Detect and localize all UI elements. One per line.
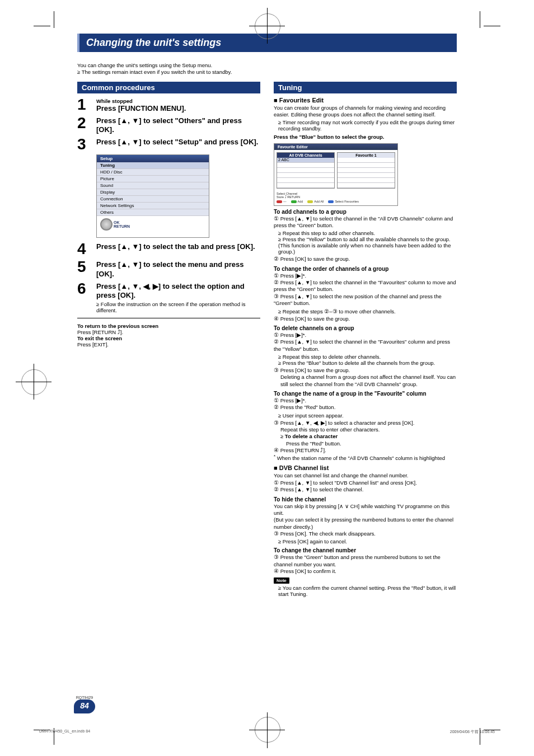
step-3: 3 Press [▲, ▼] to select "Setup" and pre… [77,137,260,152]
favourite-column: Favourite 1 [337,152,395,189]
all-dvb-column: All DVB Channels 2 ABC [277,152,335,189]
step-number: 4 [77,241,96,257]
return-body: Press [RETURN ⤴]. [77,329,123,335]
footer-left: DMR-XW450_GL_en.indb 84 [39,729,90,735]
del-b2: Press the "Blue" button to delete all th… [278,360,457,366]
rename-s1: ① Press [▶]*. [274,397,457,404]
order-s4: ④ Press [OK] to save the group. [274,316,457,322]
intro-bullet: ≥ The settings remain intact even if you… [77,69,232,75]
rename-s2: ② Press the "Red" button. [274,404,457,411]
dvb-body: You can set channel list and change the … [274,472,457,479]
rename-s3: ③ Press [▲, ▼, ◀, ▶] to select a charact… [274,420,457,426]
step-6-note: ≥ Follow the instruction on the screen i… [96,301,260,313]
note-chip: Note [274,577,289,584]
yellow-chip-icon [307,200,313,203]
step-number: 3 [77,137,96,152]
order-heading: To change the order of channels of a gro… [274,266,457,272]
press-blue: Press the "Blue" button to select the gr… [274,134,457,140]
chnum-s3: ③ Press the "Green" button and press the… [274,554,457,568]
order-s1: ① Press [▶]*. [274,273,457,279]
intro-line: You can change the unit's settings using… [77,62,212,68]
setup-row-connection: Connection [97,196,209,203]
rename-del: ≥ To delete a character [280,433,457,440]
delete-heading: To delete channels on a group [274,325,457,331]
chnum-s4: ④ Press [OK] to confirm it. [274,568,457,575]
dvb-s1: ① Press [▲, ▼] to select "DVB Channel li… [274,480,457,486]
order-s2: ② Press [▲, ▼] to select the channel in … [274,279,457,293]
setup-row-hdd: HDD / Disc [97,169,209,176]
setup-row-others: Others [97,209,209,216]
add-step2: ② Press [OK] to save the group. [274,256,457,262]
page-title-text: Changing the unit's settings [86,37,221,48]
blue-chip-icon [328,200,334,203]
rename-b1: User input screen appear. [278,412,457,419]
section-common-procedures: Common procedures [77,82,260,93]
step-4-bold: Press [▲, ▼] to select the tab and press… [96,242,260,251]
hide-body2: (But you can select it by pressing the n… [274,516,457,530]
step-number: 2 [77,115,96,131]
step-1-bold: Press [FUNCTION MENU]. [96,104,260,113]
setup-row-sound: Sound [97,182,209,189]
step-2: 2 Press [▲, ▼] to select "Others" and pr… [77,115,260,135]
note-body: You can confirm the current channel sett… [278,585,457,597]
favourites-edit-heading: ■ Favourites Edit [274,97,457,104]
left-column: Common procedures 1 While stopped Press … [77,82,260,348]
favourite-header: Favourite 1 [338,153,395,158]
order-s3: ③ Press [▲, ▼] to select the new positio… [274,293,457,307]
setup-panel-title: Setup [97,155,209,162]
order-bullet: Repeat the steps ②–③ to move other chann… [278,308,457,314]
rqt-code: RQT9429 [73,696,96,699]
intro-block: You can change the unit's settings using… [77,62,457,76]
hide-b1: Press [OK] again to cancel. [278,538,457,544]
all-dvb-header: All DVB Channels [277,153,334,158]
setup-row-tuning: Tuning [97,162,209,169]
step-2-bold: Press [▲, ▼] to select "Others" and pres… [96,116,260,135]
step-5: 5 Press [▲, ▼] to select the menu and pr… [77,259,260,279]
del-s3: ③ Press [OK] to save the group. [274,367,457,374]
favourites-bullet: Timer recording may not work correctly i… [278,119,457,132]
step-1-small: While stopped [96,98,260,104]
del-s3b: Deleting a channel from a group does not… [280,374,457,388]
channel-row: 2 ABC [277,158,334,163]
setup-panel: Setup Tuning HDD / Disc Picture Sound Di… [96,154,209,238]
dial-icon [100,218,113,231]
green-chip-icon [291,200,297,203]
dvb-s2: ② Press [▲, ▼] to select the channel. [274,486,457,493]
step-1: 1 While stopped Press [FUNCTION MENU]. [77,97,260,113]
setup-panel-footer: OK RETURN [97,216,209,237]
step-number: 1 [77,97,96,112]
manual-page: Changing the unit's settings You can cha… [0,0,534,756]
favourite-editor-footer: Select Channel Store ⤴ RETURN --- Add Ad… [274,191,397,205]
rename-del-body: Press the "Red" button. [286,440,457,447]
step-5-bold: Press [▲, ▼] to select the menu and pres… [96,260,260,279]
del-s2: ② Press [▲, ▼] to select the channel in … [274,339,457,353]
right-column: Tuning ■ Favourites Edit You can create … [274,82,457,599]
step-3-bold: Press [▲, ▼] to select "Setup" and press… [96,138,260,147]
favourite-editor-panel: Favourite Editor All DVB Channels 2 ABC … [274,143,398,206]
dvb-heading: ■ DVB Channel list [274,464,457,471]
page-number: 84 [74,699,95,713]
setup-row-display: Display [97,189,209,196]
exit-heading: To exit the screen [77,335,122,341]
red-chip-icon [277,200,282,203]
setup-row-picture: Picture [97,176,209,182]
exit-body: Press [EXIT]. [77,341,109,348]
step-6-bold: Press [▲, ▼, ◀, ▶] to select the option … [96,282,260,300]
rename-s4: ④ Press [RETURN ⤴]. [274,447,457,454]
add-bullet2: Press the "Yellow" button to add all the… [278,236,457,255]
chnum-heading: To change the channel number [274,547,457,553]
step-number: 6 [77,281,96,297]
add-channels-heading: To add channels to a group [274,209,457,215]
section-tuning: Tuning [274,82,457,93]
favourite-editor-title: Favourite Editor [274,144,397,150]
hide-body1: You can skip it by pressing [∧ ∨ CH] whi… [274,503,457,517]
add-step1: ① Press [▲, ▼] to select the channel in … [274,215,457,229]
rename-asterisk: * When the station name of the "All DVB … [274,454,457,461]
favourites-body: You can create four groups of channels f… [274,105,457,119]
rename-heading: To change the name of a group in the "Fa… [274,391,457,397]
step-6: 6 Press [▲, ▼, ◀, ▶] to select the optio… [77,281,260,314]
hide-heading: To hide the channel [274,496,457,503]
print-footer: DMR-XW450_GL_en.indb 84 2009/04/08 午前 10… [39,729,495,735]
hide-s3: ③ Press [OK]. The check mark disappears. [274,530,457,537]
step-number: 5 [77,259,96,275]
